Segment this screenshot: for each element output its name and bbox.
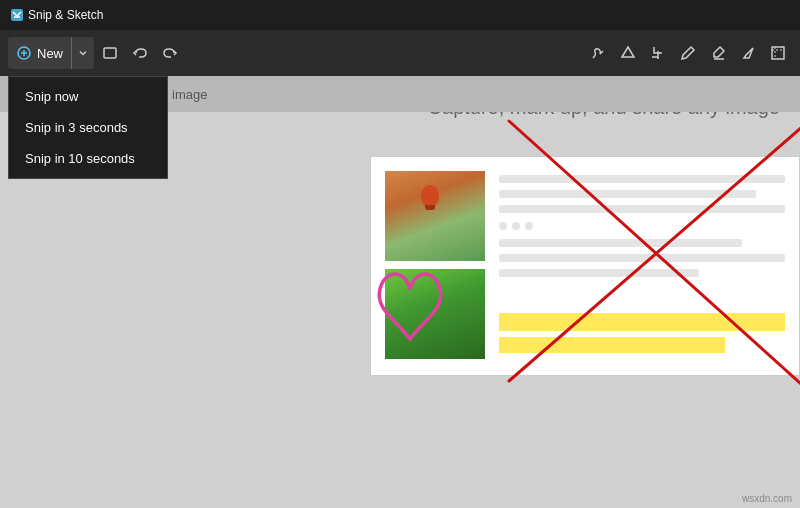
new-button-group[interactable]: New — [8, 37, 94, 69]
doc-line-5 — [499, 254, 785, 262]
new-button-dropdown-arrow[interactable] — [72, 37, 94, 69]
title-bar: Snip & Sketch — [0, 0, 800, 30]
yellow-highlight-1 — [499, 313, 785, 331]
snip-now-item[interactable]: Snip now — [9, 81, 167, 112]
balloon-basket — [425, 205, 435, 210]
doc-content-column — [499, 171, 785, 361]
snip-dropdown-menu: Snip now Snip in 3 seconds Snip in 10 se… — [8, 76, 168, 179]
new-button-main[interactable]: New — [8, 37, 72, 69]
doc-dots-row — [499, 222, 785, 230]
app-title: Snip & Sketch — [28, 8, 103, 22]
ruler-button[interactable] — [614, 35, 642, 71]
toolbar: New — [0, 30, 800, 76]
doc-illustration — [370, 156, 800, 376]
fullscreen-button[interactable] — [96, 35, 124, 71]
balloon-body — [421, 185, 439, 207]
snip-3s-item[interactable]: Snip in 3 seconds — [9, 112, 167, 143]
crop-button[interactable] — [644, 35, 672, 71]
watermark: wsxdn.com — [742, 493, 792, 504]
undo-button[interactable] — [126, 35, 154, 71]
dot-3 — [525, 222, 533, 230]
dot-2 — [512, 222, 520, 230]
doc-line-4 — [499, 239, 742, 247]
yellow-highlight-2 — [499, 337, 725, 353]
pen-button[interactable] — [674, 35, 702, 71]
doc-line-1 — [499, 175, 785, 183]
doc-image-2 — [385, 269, 485, 359]
toolbar-right-actions — [584, 35, 792, 71]
doc-images-column — [385, 171, 485, 361]
app-icon — [10, 8, 24, 22]
touch-write-button[interactable] — [584, 35, 612, 71]
highlight-button[interactable] — [704, 35, 732, 71]
dot-1 — [499, 222, 507, 230]
svg-rect-2 — [104, 48, 116, 58]
heart-drawing — [355, 239, 515, 369]
eraser-button[interactable] — [734, 35, 762, 71]
trim-button[interactable] — [764, 35, 792, 71]
new-button-label: New — [37, 46, 63, 61]
redo-button[interactable] — [156, 35, 184, 71]
doc-line-2 — [499, 190, 756, 198]
svg-rect-4 — [772, 47, 784, 59]
doc-line-6 — [499, 269, 699, 277]
snip-10s-item[interactable]: Snip in 10 seconds — [9, 143, 167, 174]
doc-line-3 — [499, 205, 785, 213]
